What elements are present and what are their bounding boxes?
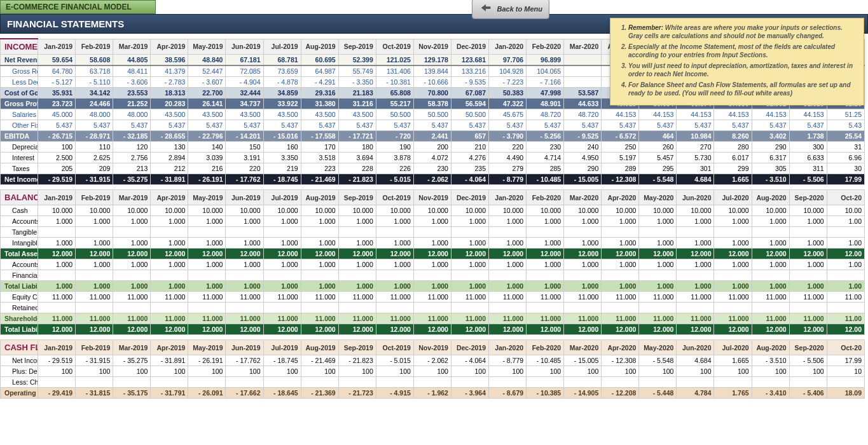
cell[interactable]: 68.781 (263, 55, 301, 66)
cell[interactable] (527, 303, 564, 313)
cell[interactable]: 50.500 (413, 109, 451, 120)
cell[interactable]: 60.695 (301, 55, 338, 66)
cell[interactable]: - 14.201 (226, 131, 263, 142)
cell[interactable]: - 12.208 (602, 388, 639, 399)
cell[interactable]: 11.000 (413, 313, 451, 324)
cell[interactable]: 104.065 (527, 65, 564, 77)
cell[interactable] (263, 270, 301, 281)
cell[interactable]: 10.000 (113, 205, 151, 216)
cell[interactable]: 10 (827, 366, 864, 377)
cell[interactable]: 1.000 (789, 238, 827, 249)
cell[interactable]: - 720 (376, 131, 413, 142)
cell[interactable] (113, 227, 151, 238)
cell[interactable]: 11.000 (338, 292, 376, 303)
cell[interactable]: - 17.762 (226, 174, 263, 185)
cell[interactable] (263, 303, 301, 313)
cell[interactable]: 1.000 (564, 216, 602, 227)
cell[interactable]: 1.00 (827, 216, 864, 227)
cell[interactable]: - 14.905 (564, 388, 602, 399)
cell[interactable]: 1.000 (338, 238, 376, 249)
cell[interactable]: 97.706 (489, 55, 527, 66)
cell[interactable]: 279 (489, 163, 527, 174)
cell[interactable] (188, 227, 226, 238)
cell[interactable]: 1.000 (301, 281, 338, 292)
cell[interactable]: 5.437 (714, 120, 752, 131)
cell[interactable]: 11.000 (639, 313, 677, 324)
cell[interactable]: 1.000 (602, 281, 639, 292)
cell[interactable]: 290 (752, 142, 789, 153)
cell[interactable]: 1.000 (113, 259, 151, 270)
cell[interactable]: 10.000 (527, 205, 564, 216)
cell[interactable]: 305 (752, 163, 789, 174)
cell[interactable]: 11.000 (376, 292, 413, 303)
cell[interactable]: 1.000 (413, 216, 451, 227)
cell[interactable]: - 4.915 (376, 388, 413, 399)
cell[interactable]: 12.000 (639, 324, 677, 335)
cell[interactable]: 1.000 (714, 281, 752, 292)
cell[interactable]: 31.380 (301, 99, 338, 109)
cell[interactable]: - 31.891 (151, 355, 188, 366)
cell[interactable]: 10.000 (564, 205, 602, 216)
cell[interactable]: 10.000 (489, 205, 527, 216)
cell[interactable]: 11.000 (752, 292, 789, 303)
cell[interactable]: 11.000 (376, 313, 413, 324)
cell[interactable]: 1.000 (527, 216, 564, 227)
cell[interactable] (226, 377, 263, 388)
cell[interactable]: 10.000 (714, 205, 752, 216)
cell[interactable]: - 7.166 (527, 77, 564, 88)
cell[interactable]: 150 (226, 142, 263, 153)
cell[interactable]: 1.000 (451, 216, 488, 227)
cell[interactable]: 5.437 (76, 120, 113, 131)
cell[interactable]: 1.000 (752, 238, 789, 249)
cell[interactable]: 47.322 (489, 99, 527, 109)
cell[interactable]: 52.447 (188, 65, 226, 77)
cell[interactable]: 100 (76, 366, 113, 377)
cell[interactable]: 1.000 (76, 259, 113, 270)
cell[interactable]: - 32.185 (113, 131, 151, 142)
cell[interactable]: 22.700 (188, 88, 226, 99)
cell[interactable]: 1.000 (489, 281, 527, 292)
cell[interactable]: - 4.904 (226, 77, 263, 88)
cell[interactable]: 299 (714, 163, 752, 174)
cell[interactable]: - 31.791 (151, 388, 188, 399)
cell[interactable]: 1.000 (338, 259, 376, 270)
cell[interactable] (827, 377, 864, 388)
cell[interactable]: 44.153 (789, 109, 827, 120)
cell[interactable]: 10.000 (677, 205, 714, 216)
cell[interactable]: 11.000 (301, 313, 338, 324)
cell[interactable]: 205 (38, 163, 76, 174)
cell[interactable]: 11.000 (188, 292, 226, 303)
cell[interactable]: 100 (226, 366, 263, 377)
cell[interactable]: - 3.964 (451, 388, 488, 399)
cell[interactable]: 12.000 (376, 249, 413, 259)
cell[interactable]: 121.025 (376, 55, 413, 66)
cell[interactable] (226, 227, 263, 238)
cell[interactable]: 12.00 (827, 324, 864, 335)
cell[interactable] (752, 303, 789, 313)
cell[interactable] (639, 303, 677, 313)
cell[interactable]: 223 (301, 163, 338, 174)
cell[interactable]: 12.000 (263, 324, 301, 335)
cell[interactable]: 4.714 (527, 153, 564, 163)
cell[interactable]: 70.800 (413, 88, 451, 99)
cell[interactable]: - 2.062 (413, 174, 451, 185)
cell[interactable]: 5.437 (113, 120, 151, 131)
cell[interactable]: 21.183 (338, 88, 376, 99)
cell[interactable]: 212 (151, 163, 188, 174)
cell[interactable]: 12.000 (564, 249, 602, 259)
cell[interactable]: 1.000 (677, 238, 714, 249)
cell[interactable]: 5.437 (263, 120, 301, 131)
cell[interactable]: - 17.558 (301, 131, 338, 142)
cell[interactable]: 1.000 (527, 259, 564, 270)
cell[interactable]: 11.000 (413, 292, 451, 303)
cell[interactable]: 209 (76, 163, 113, 174)
cell[interactable]: 11.000 (151, 313, 188, 324)
cell[interactable] (413, 303, 451, 313)
cell[interactable] (714, 227, 752, 238)
cell[interactable]: - 15.005 (564, 174, 602, 185)
cell[interactable]: - 21.369 (301, 388, 338, 399)
cell[interactable]: - 18.745 (263, 174, 301, 185)
cell[interactable]: 44.805 (113, 55, 151, 66)
cell[interactable] (301, 303, 338, 313)
cell[interactable] (301, 227, 338, 238)
